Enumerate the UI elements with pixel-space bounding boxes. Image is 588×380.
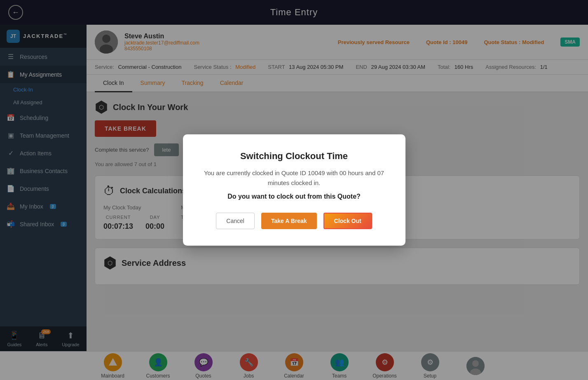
- cancel-button[interactable]: Cancel: [216, 213, 255, 229]
- modal-title: Switching Clockout Time: [199, 151, 389, 162]
- modal: Switching Clockout Time You are currentl…: [183, 134, 405, 246]
- take-a-break-button[interactable]: Take A Break: [261, 213, 317, 229]
- modal-overlay: Switching Clockout Time You are currentl…: [0, 0, 588, 380]
- modal-body: You are currently clocked in Quote ID 10…: [199, 168, 389, 188]
- modal-actions: Cancel Take A Break Clock Out: [199, 213, 389, 229]
- modal-question: Do you want to clock out from this Quote…: [199, 193, 389, 200]
- clock-out-button[interactable]: Clock Out: [323, 213, 372, 229]
